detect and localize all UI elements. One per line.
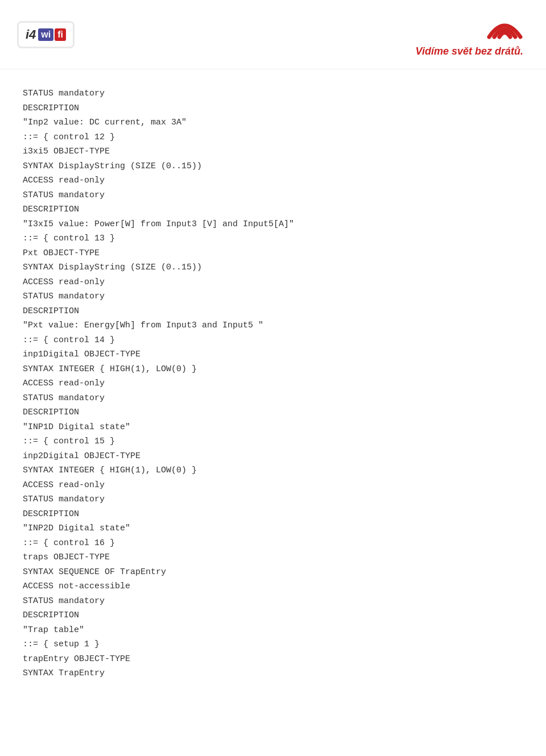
- logo-box: i4 wi fi: [17, 21, 75, 48]
- logo-fi-text: fi: [55, 28, 66, 41]
- wifi-signal-icon: [486, 11, 523, 43]
- tagline: Vidíme svět bez drátů.: [416, 45, 523, 57]
- logo-i4-text: i4: [26, 27, 36, 42]
- logo-wifi: wi fi: [38, 28, 66, 41]
- main-content: STATUS mandatory DESCRIPTION "Inp2 value…: [0, 69, 546, 698]
- logo-wi-text: wi: [38, 28, 53, 41]
- code-block: STATUS mandatory DESCRIPTION "Inp2 value…: [23, 86, 523, 681]
- header-right: Vidíme svět bez drátů.: [416, 11, 523, 57]
- header: i4 wi fi Vidíme svět bez drátů.: [0, 0, 546, 69]
- logo-container: i4 wi fi: [17, 21, 75, 48]
